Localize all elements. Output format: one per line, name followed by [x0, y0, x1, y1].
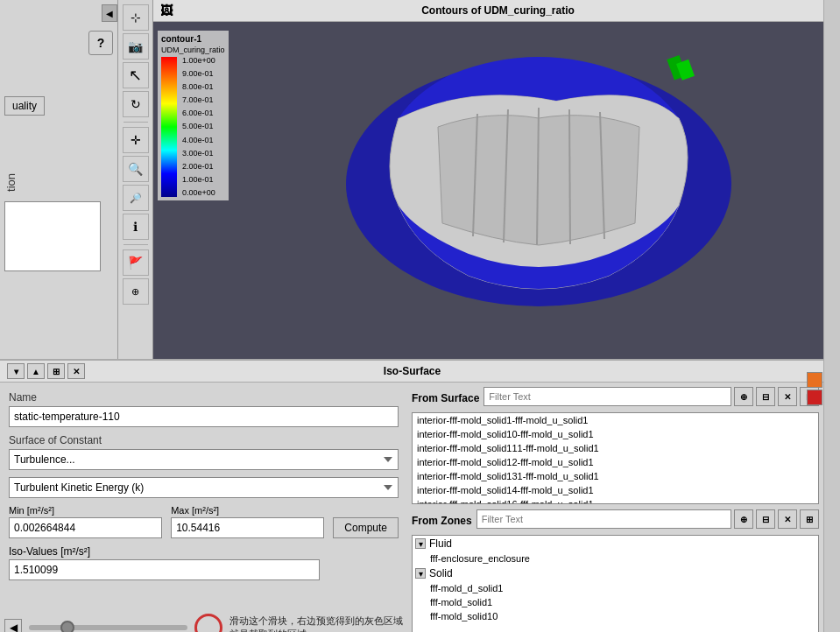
- minimize-iso-button[interactable]: ▲: [27, 363, 45, 379]
- name-label: Name: [9, 391, 399, 404]
- solid-child-item-3[interactable]: fff-mold_solid10: [413, 609, 818, 623]
- fluid-toggle[interactable]: ▾: [415, 538, 426, 549]
- min-max-row: Min [m²/s²] Max [m²/s²] Compute: [9, 505, 399, 538]
- max-col: Max [m²/s²]: [171, 505, 324, 538]
- from-zones-filter-row: ⊕ ⊟ ✕ ⊞: [476, 509, 819, 529]
- fluid-child-item[interactable]: fff-enclosure_enclosure: [413, 551, 818, 565]
- viz-icon: 🖼: [160, 4, 173, 18]
- svg-line-4: [569, 109, 570, 244]
- legend-labels: 1.00e+00 9.00e-01 8.00e-01 7.00e-01 6.00…: [182, 57, 215, 197]
- slider-thumb[interactable]: [60, 621, 74, 632]
- compute-button[interactable]: Compute: [333, 517, 399, 538]
- min-input[interactable]: [9, 517, 162, 538]
- legend-title: contour-1: [161, 34, 225, 44]
- list-item[interactable]: interior-fff-mold_solid14-fff-mold_u_sol…: [413, 483, 818, 497]
- iso-surface-panel: ▾ ▲ ⊞ ✕ Iso-Surface Name Surface of Cons…: [0, 359, 823, 632]
- collapse-iso-button[interactable]: ▾: [7, 363, 25, 379]
- solid-child-item-1[interactable]: fff-mold_d_solid1: [413, 581, 818, 595]
- solid-toggle[interactable]: ▾: [415, 568, 426, 579]
- list-item[interactable]: interior-fff-mold_solid12-fff-mold_u_sol…: [413, 455, 818, 469]
- help-button[interactable]: ?: [88, 31, 113, 55]
- surface-list[interactable]: interior-fff-mold_solid1-fff-mold_u_soli…: [412, 412, 819, 504]
- solid-tree-header[interactable]: ▾ Solid: [413, 565, 818, 581]
- legend-variable: UDM_curing_ratio: [161, 46, 225, 54]
- zones-list[interactable]: ▾ Fluid fff-enclosure_enclosure ▾ Solid …: [412, 535, 819, 632]
- quality-tab[interactable]: uality: [4, 96, 45, 116]
- legend-val-1: 9.00e-01: [182, 70, 215, 78]
- list-item[interactable]: interior-fff-mold_solid10-fff-mold_u_sol…: [413, 427, 818, 441]
- viz-content[interactable]: contour-1 UDM_curing_ratio 1.00e+00 9.00…: [153, 22, 840, 359]
- max-input[interactable]: [171, 517, 324, 538]
- close-iso-button[interactable]: ✕: [67, 363, 85, 379]
- legend-val-3: 7.00e-01: [182, 96, 215, 104]
- color-legend: contour-1 UDM_curing_ratio 1.00e+00 9.00…: [158, 31, 229, 200]
- list-item[interactable]: interior-fff-mold_solid16-fff-mold_u_sol…: [413, 497, 818, 504]
- legend-val-4: 6.00e-01: [182, 109, 215, 117]
- from-surface-label: From Surface: [412, 392, 479, 404]
- surface-filter-clear-btn[interactable]: ✕: [778, 387, 797, 406]
- zones-filter-input[interactable]: [476, 509, 731, 529]
- min-label: Min [m²/s²]: [9, 505, 162, 516]
- viz-title: Contours of UDM_curing_ratio: [173, 4, 823, 17]
- circle-indicator[interactable]: [194, 614, 222, 632]
- solid-child-item-2[interactable]: fff-mold_solid1: [413, 595, 818, 609]
- iso-title-buttons: ▾ ▲ ⊞ ✕: [7, 363, 85, 379]
- legend-val-10: 0.00e+00: [182, 189, 215, 197]
- refresh-button[interactable]: ↻: [123, 91, 149, 117]
- from-zones-label: From Zones: [412, 515, 472, 527]
- zones-filter-clear-btn[interactable]: ✕: [778, 509, 797, 529]
- slider-track[interactable]: [29, 625, 187, 630]
- toolbar-separator-2: [124, 244, 148, 245]
- list-item[interactable]: interior-fff-mold_solid1-fff-mold_u_soli…: [413, 413, 818, 427]
- from-surface-header: From Surface ⊕ ⊟ ✕ ⊞: [412, 387, 819, 409]
- search-zoom-button[interactable]: ⊕: [123, 278, 149, 305]
- surface-filter-input[interactable]: [484, 387, 731, 406]
- pointer-button[interactable]: ↖: [123, 62, 149, 88]
- select-tool-button[interactable]: ⊹: [123, 4, 149, 31]
- color-swatches: [807, 372, 822, 405]
- zones-filter-add-btn[interactable]: ⊕: [734, 509, 753, 529]
- from-surface-filter-row: ⊕ ⊟ ✕ ⊞: [484, 387, 819, 406]
- zoom-in-button[interactable]: 🔍: [123, 156, 149, 182]
- legend-val-2: 8.00e-01: [182, 83, 215, 91]
- iso-titlebar: ▾ ▲ ⊞ ✕ Iso-Surface: [0, 361, 823, 383]
- move-button[interactable]: ✛: [123, 127, 149, 153]
- info-button[interactable]: ℹ: [123, 214, 149, 240]
- slider-area: ◀ 滑动这个滑块，右边预览得到的灰色区域 就是截取到的区域: [4, 606, 403, 632]
- solid-label: Solid: [429, 567, 453, 579]
- surface-of-constant-label: Surface of Constant: [9, 434, 399, 446]
- zones-filter-expand-btn[interactable]: ⊞: [800, 509, 819, 529]
- iso-values-input[interactable]: [9, 559, 320, 580]
- surface-filter-add-btn[interactable]: ⊕: [734, 387, 753, 406]
- kinetic-energy-select[interactable]: Turbulent Kinetic Energy (k): [9, 477, 399, 498]
- legend-gradient: [161, 57, 177, 197]
- name-input[interactable]: [9, 406, 399, 427]
- list-item[interactable]: interior-fff-mold_solid131-fff-mold_u_so…: [413, 469, 818, 483]
- maximize-iso-button[interactable]: ⊞: [47, 363, 65, 379]
- flag-button[interactable]: 🚩: [123, 249, 149, 276]
- zones-filter-remove-btn[interactable]: ⊟: [756, 509, 775, 529]
- legend-val-0: 1.00e+00: [182, 57, 215, 65]
- max-label: Max [m²/s²]: [171, 505, 324, 516]
- min-col: Min [m²/s²]: [9, 505, 162, 538]
- legend-val-9: 1.00e-01: [182, 176, 215, 184]
- left-panel: ◀ ? uality tion: [0, 0, 118, 359]
- slider-prev-button[interactable]: ◀: [4, 619, 22, 632]
- camera-button[interactable]: 📷: [123, 33, 149, 60]
- left-text-area: [4, 201, 101, 271]
- collapse-button[interactable]: ◀: [102, 4, 117, 22]
- surface-filter-remove-btn[interactable]: ⊟: [756, 387, 775, 406]
- from-zones-header: From Zones ⊕ ⊟ ✕ ⊞: [412, 509, 819, 531]
- iso-values-row: Iso-Values [m²/s²]: [9, 545, 399, 580]
- viz-titlebar: 🖼 Contours of UDM_curing_ratio ✕: [153, 0, 840, 22]
- fluid-tree-header[interactable]: ▾ Fluid: [413, 536, 818, 551]
- zoom-out-button[interactable]: 🔎: [123, 185, 149, 211]
- iso-title-text: Iso-Surface: [85, 365, 739, 377]
- swatch-orange[interactable]: [807, 372, 822, 388]
- legend-val-6: 4.00e-01: [182, 137, 215, 144]
- viz-area: 🖼 Contours of UDM_curing_ratio ✕ contour…: [153, 0, 840, 359]
- surface-select[interactable]: Turbulence...: [9, 449, 399, 470]
- list-item[interactable]: interior-fff-mold_solid111-fff-mold_u_so…: [413, 441, 818, 455]
- swatch-red[interactable]: [807, 390, 822, 405]
- legend-val-8: 2.00e-01: [182, 163, 215, 171]
